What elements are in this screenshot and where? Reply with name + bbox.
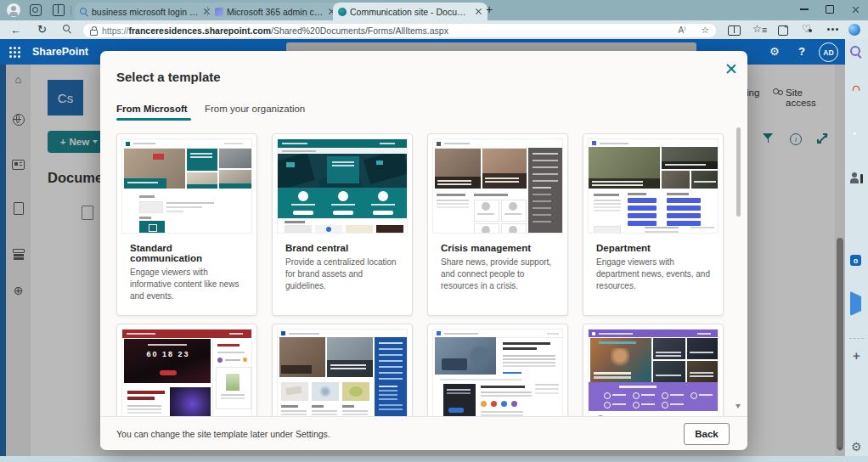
scroll-down-arrow-icon[interactable] — [736, 404, 741, 408]
dialog-close-icon[interactable] — [724, 62, 738, 76]
search-favicon-icon — [80, 8, 88, 16]
template-thumbnail — [121, 138, 252, 234]
copilot-icon[interactable] — [848, 24, 860, 36]
template-name: Department — [596, 243, 710, 253]
tab-title: Communication site - Document — [350, 7, 471, 17]
sidebar-add-icon[interactable]: + — [853, 348, 866, 362]
favorite-star-icon[interactable]: ☆ — [701, 25, 709, 36]
template-name: Crisis management — [441, 243, 555, 253]
favorites-icon[interactable]: ☆☰ — [752, 24, 766, 34]
split-screen-icon[interactable] — [728, 25, 741, 36]
maximize-button[interactable] — [817, 0, 843, 19]
url-field[interactable]: https://franceresidences.sharepoint.com/… — [83, 24, 716, 37]
select-template-dialog: Select a template From Microsoft From yo… — [100, 51, 747, 450]
dialog-scrollbar[interactable] — [736, 127, 741, 416]
sidebar-drop-icon[interactable] — [850, 296, 864, 310]
sidebar-outlook-icon[interactable]: o — [850, 255, 864, 268]
new-tab-button[interactable]: + — [486, 3, 493, 16]
tab-search[interactable]: business microsoft login - Search — [75, 3, 216, 20]
template-card-standard-communication[interactable]: Standard communication Engage viewers wi… — [116, 133, 257, 316]
address-bar: ← ↻ https://franceresidences.sharepoint.… — [0, 20, 868, 39]
settings-more-icon[interactable] — [827, 28, 839, 31]
template-card-event[interactable]: 60 18 23 — [116, 324, 257, 416]
app-launcher-icon[interactable] — [9, 47, 20, 58]
dialog-footer: You can change the site template later u… — [100, 416, 747, 451]
sidebar-shopping-icon[interactable] — [850, 88, 864, 102]
browser-essentials-icon[interactable]: ♡ — [802, 24, 811, 34]
template-thumbnail — [277, 329, 408, 416]
template-description: Share news, provide support, and connect… — [441, 256, 555, 292]
template-thumbnail — [277, 138, 408, 234]
sidebar-designer-icon[interactable] — [850, 214, 864, 228]
tab-from-microsoft[interactable]: From Microsoft — [116, 104, 188, 114]
lock-icon — [90, 26, 97, 34]
template-description: Engage viewers with department news, eve… — [596, 256, 710, 292]
back-icon[interactable]: ← — [10, 25, 21, 36]
tab-from-your-organization[interactable]: From your organization — [205, 104, 305, 114]
tab-strip: business microsoft login - Search Micros… — [0, 0, 868, 20]
edge-sidebar: o + ⚙ — [845, 39, 868, 456]
back-button[interactable]: Back — [684, 423, 730, 445]
sharepoint-app-name[interactable]: SharePoint — [32, 46, 88, 58]
template-card-human-resources[interactable] — [272, 324, 413, 416]
settings-gear-icon[interactable]: ⚙ — [769, 45, 780, 58]
refresh-icon[interactable]: ↻ — [37, 24, 47, 35]
tab-actions-icon[interactable] — [53, 4, 65, 16]
sidebar-tag-icon[interactable] — [850, 131, 864, 144]
help-icon[interactable]: ? — [798, 45, 805, 58]
tab-communication-site[interactable]: Communication site - Document — [333, 3, 488, 20]
template-thumbnail — [588, 138, 719, 234]
template-thumbnail — [588, 329, 719, 416]
window-bottom-edge — [0, 456, 868, 462]
collections-icon[interactable]: + — [778, 25, 788, 36]
template-name: Brand central — [285, 243, 399, 253]
tab-title: business microsoft login - Search — [92, 7, 200, 17]
browser-window: business microsoft login - Search Micros… — [0, 0, 868, 462]
template-card-leadership-connection[interactable] — [427, 324, 568, 416]
sidebar-contact-icon[interactable] — [850, 172, 864, 186]
template-description: Provide a centralized location for brand… — [285, 256, 399, 292]
account-avatar[interactable]: AD — [819, 42, 838, 62]
event-countdown: 60 18 23 — [138, 350, 199, 358]
tab-close-icon[interactable] — [475, 8, 482, 15]
sidebar-search-icon[interactable] — [850, 46, 864, 59]
template-card-learning-central[interactable] — [583, 324, 724, 416]
template-card-crisis-management[interactable]: Crisis management Share news, provide su… — [427, 133, 568, 316]
template-thumbnail — [432, 138, 563, 234]
minimize-button[interactable] — [792, 0, 817, 19]
workspaces-icon[interactable] — [30, 4, 42, 16]
active-tab-underline — [116, 118, 191, 121]
sidebar-settings-icon[interactable]: ⚙ — [851, 440, 865, 454]
url-domain: franceresidences.sharepoint.com — [129, 25, 271, 36]
template-card-brand-central[interactable]: Brand central Provide a centralized loca… — [272, 133, 413, 316]
url-path: /Shared%20Documents/Forms/AllItems.aspx — [271, 25, 448, 36]
template-description: Engage viewers with informative content … — [130, 267, 244, 302]
sharepoint-favicon-icon — [338, 8, 347, 16]
tab-title: Microsoft 365 admin center — [227, 7, 324, 17]
template-thumbnail — [432, 329, 563, 416]
dialog-title: Select a template — [116, 70, 221, 84]
template-gallery: Standard communication Engage viewers wi… — [100, 127, 736, 416]
read-aloud-icon[interactable]: A) — [678, 25, 685, 35]
url-scheme: https:// — [102, 25, 129, 36]
profile-avatar-icon[interactable] — [7, 3, 20, 17]
template-card-department[interactable]: Department Engage viewers with departmen… — [583, 133, 724, 316]
template-name: Standard communication — [130, 243, 244, 263]
close-window-button[interactable] — [843, 0, 868, 19]
tab-separator — [207, 6, 208, 16]
tab-admin-center[interactable]: Microsoft 365 admin center — [210, 3, 341, 20]
template-thumbnail: 60 18 23 — [121, 329, 252, 416]
tab-separator — [70, 6, 71, 16]
footer-note: You can change the site template later u… — [116, 429, 330, 439]
sidebar-divider — [849, 338, 864, 339]
m365-favicon-icon — [215, 8, 223, 16]
